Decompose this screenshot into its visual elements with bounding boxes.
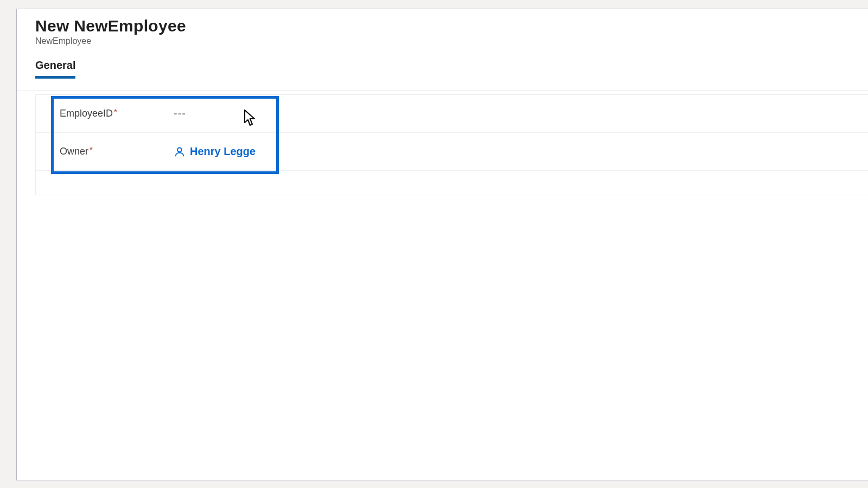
owner-value: Henry Legge <box>190 145 256 158</box>
tab-general[interactable]: General <box>35 59 75 79</box>
employeeid-label: EmployeeID * <box>60 108 174 119</box>
form-page: New NewEmployee NewEmployee General Empl… <box>16 9 868 480</box>
field-row-employeeid: EmployeeID * --- <box>36 95 868 133</box>
owner-lookup[interactable]: Henry Legge <box>174 145 256 158</box>
required-mark-icon: * <box>114 107 117 116</box>
svg-point-0 <box>177 147 182 152</box>
employeeid-input[interactable]: --- <box>174 107 186 120</box>
owner-label-text: Owner <box>60 146 88 157</box>
panel-spacer <box>36 171 868 195</box>
page-header: New NewEmployee NewEmployee <box>17 17 868 46</box>
required-mark-icon: * <box>90 145 93 154</box>
cursor-icon <box>243 109 258 130</box>
tab-divider <box>17 91 868 91</box>
owner-label: Owner * <box>60 146 174 157</box>
employeeid-label-text: EmployeeID <box>60 108 113 119</box>
field-row-owner: Owner * Henry Legge <box>36 133 868 171</box>
page-subtitle: NewEmployee <box>35 36 868 46</box>
tab-strip: General <box>17 59 868 79</box>
page-title: New NewEmployee <box>35 17 868 35</box>
person-icon <box>174 146 186 158</box>
form-panel: EmployeeID * --- Owner * Henry Legge <box>35 94 868 195</box>
